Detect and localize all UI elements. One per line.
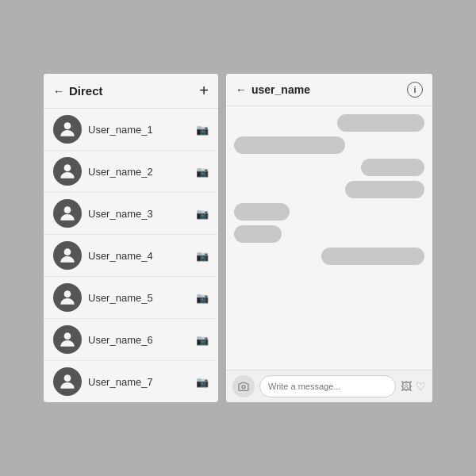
message-input-bar: 🖼 ♡	[226, 370, 432, 402]
list-item[interactable]: User_name_2 📷	[44, 151, 218, 193]
camera-icon	[237, 380, 250, 393]
svg-point-0	[64, 122, 71, 129]
avatar	[53, 325, 82, 354]
panels-container: ← Direct + User_name_1 📷	[44, 74, 432, 402]
user-name: User_name_4	[88, 250, 196, 262]
camera-icon[interactable]: 📷	[196, 334, 209, 346]
avatar	[53, 157, 82, 186]
user-list: User_name_1 📷 User_name_2 📷	[44, 109, 218, 402]
user-name: User_name_6	[88, 334, 196, 346]
avatar	[53, 115, 82, 144]
add-conversation-button[interactable]: +	[199, 82, 209, 100]
message-input[interactable]	[259, 375, 396, 397]
camera-icon[interactable]: 📷	[196, 292, 209, 304]
message-bubble	[345, 181, 424, 198]
user-name: User_name_3	[88, 208, 196, 220]
left-header-left: ← Direct	[53, 84, 103, 98]
svg-point-6	[64, 374, 71, 382]
avatar	[53, 199, 82, 228]
svg-point-1	[64, 164, 71, 171]
list-item[interactable]: User_name_7 📷	[44, 361, 218, 402]
message-bubble	[234, 203, 290, 221]
message-bubble	[234, 136, 345, 154]
camera-icon[interactable]: 📷	[196, 124, 209, 136]
user-name: User_name_5	[88, 292, 196, 304]
back-arrow-icon[interactable]: ←	[236, 83, 247, 96]
message-bubble	[234, 225, 282, 243]
camera-icon[interactable]: 📷	[196, 208, 209, 220]
message-bubble	[337, 114, 424, 132]
list-item[interactable]: User_name_3 📷	[44, 193, 218, 235]
direct-title: Direct	[69, 84, 103, 98]
user-name: User_name_7	[88, 376, 196, 388]
user-name: User_name_1	[88, 124, 196, 136]
list-item[interactable]: User_name_6 📷	[44, 319, 218, 361]
right-header-left: ← user_name	[236, 83, 310, 96]
list-item[interactable]: User_name_1 📷	[44, 109, 218, 151]
svg-point-2	[64, 206, 71, 213]
svg-point-3	[64, 248, 71, 255]
list-item[interactable]: User_name_5 📷	[44, 277, 218, 319]
svg-point-5	[64, 332, 71, 340]
info-button[interactable]: i	[407, 82, 423, 98]
list-item[interactable]: User_name_4 📷	[44, 235, 218, 277]
message-bubble	[361, 159, 424, 176]
right-panel: ← user_name i 🖼 ♡	[226, 74, 432, 402]
camera-icon[interactable]: 📷	[196, 376, 209, 388]
messages-area	[226, 106, 432, 370]
message-bubble	[321, 248, 424, 265]
camera-button[interactable]	[232, 375, 255, 397]
chat-username: user_name	[251, 83, 310, 96]
image-icon[interactable]: 🖼	[401, 380, 412, 393]
left-header: ← Direct +	[44, 74, 218, 109]
avatar	[53, 283, 82, 312]
back-arrow-icon[interactable]: ←	[53, 85, 64, 98]
camera-icon[interactable]: 📷	[196, 166, 209, 178]
camera-icon[interactable]: 📷	[196, 250, 209, 262]
avatar	[53, 367, 82, 396]
left-panel: ← Direct + User_name_1 📷	[44, 74, 218, 402]
like-icon[interactable]: ♡	[416, 380, 426, 393]
input-actions: 🖼 ♡	[401, 380, 426, 393]
right-header: ← user_name i	[226, 74, 432, 106]
svg-point-4	[64, 290, 71, 298]
avatar	[53, 241, 82, 270]
user-name: User_name_2	[88, 166, 196, 178]
